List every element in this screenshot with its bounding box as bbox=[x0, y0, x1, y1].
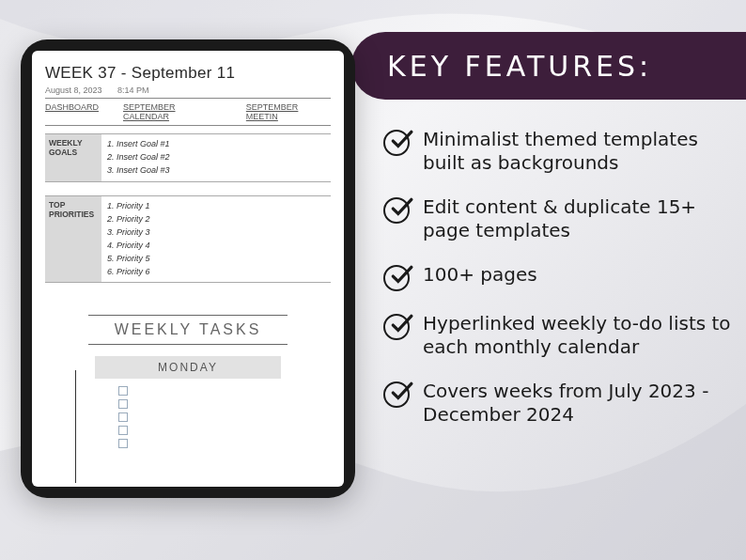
checkmark-icon bbox=[383, 314, 410, 340]
task-checklist bbox=[118, 386, 331, 448]
feature-text: Hyperlinked weekly to-do lists to each m… bbox=[423, 312, 731, 359]
checkmark-icon bbox=[383, 381, 410, 408]
vertical-divider bbox=[75, 370, 76, 483]
nav-links: DASHBOARD SEPTEMBER CALENDAR SEPTEMBER M… bbox=[45, 98, 331, 126]
goal-item: 1. Insert Goal #1 bbox=[107, 138, 325, 151]
weekly-tasks-label: WEEKLY TASKS bbox=[88, 321, 288, 338]
priority-item: 4. Priority 4 bbox=[107, 240, 325, 253]
planner-page: WEEK 37 - September 11 August 8, 2023 8:… bbox=[32, 51, 344, 448]
feature-item: Hyperlinked weekly to-do lists to each m… bbox=[383, 312, 731, 359]
goal-item: 2. Insert Goal #2 bbox=[107, 151, 325, 164]
weekly-tasks-header: WEEKLY TASKS bbox=[88, 315, 288, 345]
feature-item: Edit content & duplicate 15+ page templa… bbox=[383, 195, 731, 242]
goals-body: 1. Insert Goal #1 2. Insert Goal #2 3. I… bbox=[101, 134, 331, 181]
priorities-label: TOP PRIORITIES bbox=[45, 196, 101, 283]
priority-item: 5. Priority 5 bbox=[107, 253, 325, 266]
feature-text: Covers weeks from July 2023 - December 2… bbox=[423, 380, 731, 427]
checkbox[interactable] bbox=[118, 426, 128, 435]
feature-text: 100+ pages bbox=[423, 263, 537, 287]
feature-text: Minimalist themed templates built as bac… bbox=[423, 128, 731, 175]
priorities-section: TOP PRIORITIES 1. Priority 1 2. Priority… bbox=[45, 195, 331, 284]
tablet-screen: WEEK 37 - September 11 August 8, 2023 8:… bbox=[32, 51, 344, 487]
day-label: MONDAY bbox=[95, 356, 281, 379]
nav-calendar[interactable]: SEPTEMBER CALENDAR bbox=[123, 102, 222, 121]
goals-label: WEEKLY GOALS bbox=[45, 134, 101, 181]
priorities-body: 1. Priority 1 2. Priority 2 3. Priority … bbox=[101, 196, 331, 283]
stamp-date: August 8, 2023 bbox=[45, 86, 102, 95]
checkmark-icon bbox=[383, 265, 410, 291]
key-features-banner: KEY FEATURES: bbox=[351, 32, 746, 100]
weekly-tasks-area: WEEKLY TASKS MONDAY bbox=[45, 315, 331, 448]
feature-text: Edit content & duplicate 15+ page templa… bbox=[423, 195, 731, 242]
goal-item: 3. Insert Goal #3 bbox=[107, 164, 325, 178]
nav-dashboard[interactable]: DASHBOARD bbox=[45, 102, 99, 121]
nav-meetings[interactable]: SEPTEMBER MEETIN bbox=[246, 102, 331, 121]
priority-item: 6. Priority 6 bbox=[107, 266, 325, 279]
priority-item: 1. Priority 1 bbox=[107, 200, 325, 213]
priority-item: 2. Priority 2 bbox=[107, 213, 325, 226]
checkbox[interactable] bbox=[118, 399, 128, 409]
checkbox[interactable] bbox=[118, 439, 128, 448]
checkmark-icon bbox=[383, 130, 410, 156]
weekly-goals-section: WEEKLY GOALS 1. Insert Goal #1 2. Insert… bbox=[45, 133, 331, 182]
checkbox[interactable] bbox=[118, 386, 128, 396]
feature-item: Minimalist themed templates built as bac… bbox=[383, 128, 731, 175]
features-list: Minimalist themed templates built as bac… bbox=[383, 128, 731, 447]
week-title: WEEK 37 - September 11 bbox=[45, 64, 331, 83]
feature-item: Covers weeks from July 2023 - December 2… bbox=[383, 380, 731, 427]
checkbox[interactable] bbox=[118, 412, 128, 422]
priority-item: 3. Priority 3 bbox=[107, 226, 325, 240]
banner-title: KEY FEATURES: bbox=[387, 50, 652, 83]
tablet-device: WEEK 37 - September 11 August 8, 2023 8:… bbox=[21, 39, 355, 498]
timestamp: August 8, 2023 8:14 PM bbox=[45, 86, 331, 95]
feature-item: 100+ pages bbox=[383, 263, 731, 291]
checkmark-icon bbox=[383, 197, 410, 224]
stamp-time: 8:14 PM bbox=[117, 86, 149, 95]
